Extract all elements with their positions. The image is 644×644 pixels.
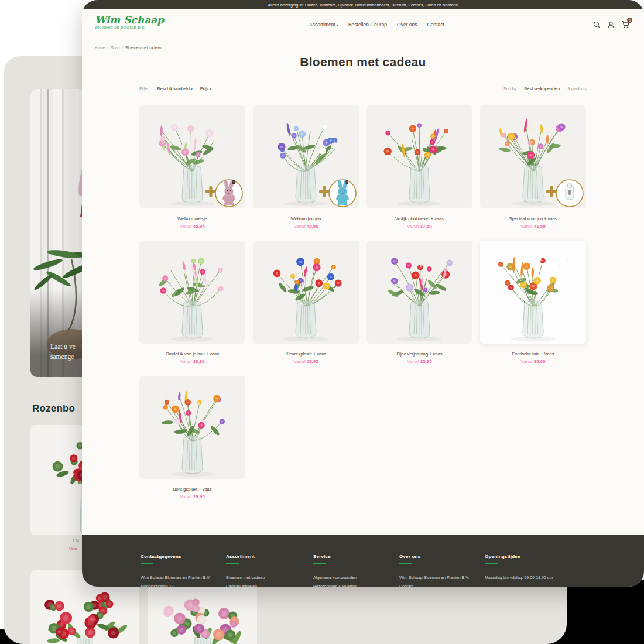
site-header: Wim Schaap bloemen en planten b.v. Assor… bbox=[82, 9, 644, 40]
product-name: Welkom meisje bbox=[139, 216, 245, 222]
product-card[interactable]: Speciaal voor jou + vaasVanaf 41,50 bbox=[480, 105, 586, 229]
filter-prijs[interactable]: Prijs▾ bbox=[200, 86, 211, 91]
filter-label: Filter: bbox=[139, 87, 150, 91]
product-card[interactable]: Bont geplukt + vaasVanaf 29,95 bbox=[139, 376, 245, 500]
product-image bbox=[139, 241, 245, 344]
product-price: Vanaf 37,50 bbox=[366, 224, 472, 229]
product-card[interactable]: Omdat ik van je hou + vaasVanaf 39,95 bbox=[139, 241, 245, 365]
account-icon[interactable] bbox=[607, 21, 615, 29]
footer-heading: Over ons bbox=[399, 554, 485, 559]
product-card[interactable]: Kleurexplosie + vaasVanaf 59,95 bbox=[253, 241, 359, 365]
background-product-name: Pu bbox=[73, 537, 79, 543]
breadcrumb-item-shop[interactable]: Shop bbox=[111, 46, 119, 50]
product-name: Exotische tuin + Vaas bbox=[480, 351, 586, 357]
product-image bbox=[366, 105, 472, 208]
product-image bbox=[366, 241, 472, 344]
footer-link[interactable]: Contact bbox=[399, 582, 485, 587]
logo[interactable]: Wim Schaap bloemen en planten b.v. bbox=[95, 15, 164, 30]
section-heading-rozen: Rozenbo bbox=[32, 403, 75, 415]
product-image bbox=[253, 105, 359, 208]
product-image bbox=[480, 241, 586, 344]
footer-heading-underline bbox=[313, 563, 326, 564]
footer-text: Wim Schaap Bloemen en Planten B.V. bbox=[141, 573, 226, 582]
footer-link[interactable]: Cadeau artikelen bbox=[226, 582, 313, 587]
product-price: Vanaf 59,95 bbox=[253, 359, 359, 365]
breadcrumb: Home/Shop/Bloemen met cadeau bbox=[82, 40, 644, 50]
footer-heading: Service bbox=[313, 554, 399, 559]
product-grid: Welkom meisjeVanaf 45,95Welkom jongenVan… bbox=[139, 105, 587, 500]
shop-window: Alleen bezorging in: Huizen, Blaricum, B… bbox=[82, 0, 644, 587]
footer-heading-underline bbox=[226, 563, 239, 564]
nav-item-over-ons[interactable]: Over ons bbox=[397, 22, 417, 28]
sort-select[interactable]: Best verkopende▾ bbox=[524, 86, 560, 91]
nav-item-bestellen-fleurop[interactable]: Bestellen Fleurop bbox=[348, 22, 387, 28]
footer-column-assortiment: AssortimentBloemen met cadeauCadeau arti… bbox=[226, 554, 313, 587]
main-nav: Assortiment▾Bestellen FleuropOver onsCon… bbox=[309, 9, 444, 40]
site-footer: ContactgegevensWim Schaap Bloemen en Pla… bbox=[82, 535, 644, 587]
product-name: Vrolijk plukboeket + vaas bbox=[366, 216, 472, 222]
footer-column-service: ServiceAlgemene voorwaardenBezorgopties … bbox=[313, 554, 399, 587]
logo-title: Wim Schaap bbox=[95, 15, 164, 25]
product-image bbox=[139, 376, 245, 479]
breadcrumb-separator: / bbox=[122, 46, 123, 50]
nav-item-assortiment[interactable]: Assortiment▾ bbox=[309, 22, 338, 28]
product-name: Kleurexplosie + vaas bbox=[253, 351, 359, 357]
footer-column-over-ons: Over onsWim Schaap Bloemen en Planten B.… bbox=[399, 554, 485, 587]
breadcrumb-item-bloemen-met-cadeau: Bloemen met cadeau bbox=[125, 46, 161, 50]
cart-button[interactable]: 0 bbox=[621, 20, 630, 29]
product-name: Fijne verjaardag + vaas bbox=[366, 351, 472, 357]
background-product-price: Van bbox=[69, 546, 77, 551]
chevron-down-icon: ▾ bbox=[337, 23, 338, 27]
cart-count-badge: 0 bbox=[627, 18, 632, 23]
divider bbox=[139, 78, 587, 78]
chevron-down-icon: ▾ bbox=[191, 87, 193, 91]
footer-column-contactgegevens: ContactgegevensWim Schaap Bloemen en Pla… bbox=[141, 554, 226, 587]
search-icon[interactable] bbox=[593, 21, 601, 29]
product-name: Bont geplukt + vaas bbox=[139, 487, 245, 492]
product-price: Vanaf 29,95 bbox=[139, 494, 245, 500]
footer-link[interactable]: Algemene voorwaarden bbox=[313, 573, 399, 582]
product-price: Vanaf 41,50 bbox=[480, 224, 586, 229]
product-card[interactable]: Welkom meisjeVanaf 45,95 bbox=[139, 105, 245, 229]
product-price: Vanaf 85,00 bbox=[480, 359, 586, 365]
hero-caption: Laat u ve samenge bbox=[50, 342, 76, 362]
product-card[interactable]: Fijne verjaardag + vaasVanaf 35,95 bbox=[366, 241, 472, 365]
nav-item-contact[interactable]: Contact bbox=[427, 22, 444, 28]
announcement-bar: Alleen bezorging in: Huizen, Blaricum, B… bbox=[82, 0, 644, 9]
product-card[interactable]: Welkom jongenVanaf 45,95 bbox=[253, 105, 359, 229]
chevron-down-icon: ▾ bbox=[559, 87, 560, 91]
logo-subtitle: bloemen en planten b.v. bbox=[95, 25, 164, 30]
page-title: Bloemen met cadeau bbox=[82, 55, 644, 69]
footer-link[interactable]: Bloemen met cadeau bbox=[226, 573, 313, 582]
footer-text: Monnickskamp 12 bbox=[141, 582, 226, 587]
footer-heading: Contactgegevens bbox=[141, 554, 226, 559]
screen: Laat u ve samenge Rozenbo Pu Van Alleen … bbox=[0, 0, 644, 644]
product-name: Welkom jongen bbox=[253, 216, 359, 222]
product-count: 9 products bbox=[567, 87, 587, 91]
footer-link[interactable]: Wim Schaap Bloemen en Planten B.V. bbox=[399, 573, 485, 582]
product-price: Vanaf 39,95 bbox=[139, 359, 245, 365]
product-price: Vanaf 35,95 bbox=[366, 359, 472, 365]
filter-sort-bar: Filter: Beschikbaarheid▾Prijs▾ Sort by B… bbox=[139, 84, 587, 93]
product-image bbox=[480, 105, 586, 208]
product-card[interactable]: Vrolijk plukboeket + vaasVanaf 37,50 bbox=[366, 105, 472, 229]
product-price: Vanaf 45,95 bbox=[139, 224, 245, 229]
footer-heading-underline bbox=[485, 563, 498, 564]
product-card[interactable]: Exotische tuin + VaasVanaf 85,00 bbox=[480, 241, 586, 365]
product-name: Speciaal voor jou + vaas bbox=[480, 216, 586, 222]
footer-link[interactable]: Bezorgopties & levertijd bbox=[313, 582, 399, 587]
product-image bbox=[139, 105, 245, 208]
product-image bbox=[253, 241, 359, 344]
breadcrumb-item-home[interactable]: Home bbox=[95, 46, 105, 50]
sort-label: Sort by bbox=[503, 87, 516, 91]
breadcrumb-separator: / bbox=[107, 46, 108, 50]
footer-text: Maandag t/m vrijdag: 09:00-18:00 uur bbox=[485, 573, 644, 582]
header-icons: 0 bbox=[593, 9, 630, 40]
footer-heading-underline bbox=[141, 563, 153, 564]
footer-heading: Assortiment bbox=[226, 554, 313, 559]
footer-heading-underline bbox=[399, 563, 412, 564]
filter-beschikbaarheid[interactable]: Beschikbaarheid▾ bbox=[157, 86, 193, 91]
footer-column-openingstijden: OpeningstijdenMaandag t/m vrijdag: 09:00… bbox=[485, 554, 644, 587]
product-name: Omdat ik van je hou + vaas bbox=[139, 351, 245, 357]
product-price: Vanaf 45,95 bbox=[253, 224, 359, 229]
